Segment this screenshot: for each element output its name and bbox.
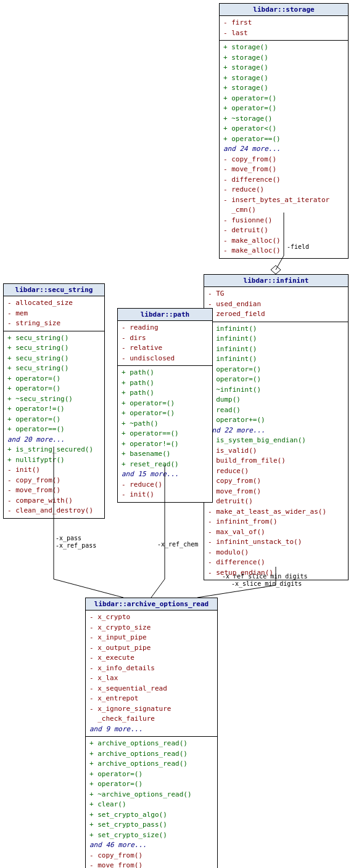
- archive-options-read-box: libdar::archive_options_read - x_crypto …: [85, 598, 218, 868]
- svg-line-6: [151, 579, 165, 598]
- archive-options-read-title: libdar::archive_options_read: [86, 598, 217, 610]
- x-pass-label: -x_pass: [56, 535, 81, 541]
- archive-options-read-fields: - x_crypto - x_crypto_size - x_input_pip…: [86, 610, 217, 737]
- path-fields: - reading - dirs - relative - undisclose…: [118, 321, 212, 366]
- storage-title: libdar::storage: [220, 4, 348, 16]
- svg-line-4: [54, 579, 123, 598]
- infinint-methods: + infinint() + infinint() + infinint() +…: [204, 322, 348, 580]
- field-label: -field: [287, 243, 309, 250]
- path-methods: + path() + path() + path() + operator=()…: [118, 366, 212, 502]
- infinint-title: libdar::infinint: [204, 275, 348, 287]
- x-slice-label: -x_slice_min_digits: [231, 580, 302, 587]
- infinint-fields: - TG - used_endian - zeroed_field: [204, 287, 348, 322]
- x-ref-slice-label: -x_ref_slice_min_digits: [222, 573, 307, 580]
- x-ref-chem-label: -x_ref_chem: [157, 541, 198, 548]
- storage-methods: + storage() + storage() + storage() + st…: [220, 41, 348, 258]
- secu-string-title: libdar::secu_string: [4, 284, 104, 296]
- svg-line-8: [197, 585, 276, 598]
- infinint-box: libdar::infinint - TG - used_endian - ze…: [204, 274, 349, 580]
- svg-marker-2: [271, 266, 281, 274]
- secu-string-box: libdar::secu_string - allocated_size - m…: [3, 283, 105, 519]
- path-box: libdar::path - reading - dirs - relative…: [117, 308, 213, 503]
- secu-string-methods: + secu_string() + secu_string() + secu_s…: [4, 331, 104, 518]
- secu-string-fields: - allocated_size - mem - string_size: [4, 296, 104, 331]
- x-ref-pass-label: -x_ref_pass: [56, 542, 96, 549]
- storage-box: libdar::storage - first - last + storage…: [219, 3, 349, 259]
- storage-fields: - first - last: [220, 16, 348, 41]
- path-title: libdar::path: [118, 309, 212, 321]
- archive-options-read-methods: + archive_options_read() + archive_optio…: [86, 737, 217, 868]
